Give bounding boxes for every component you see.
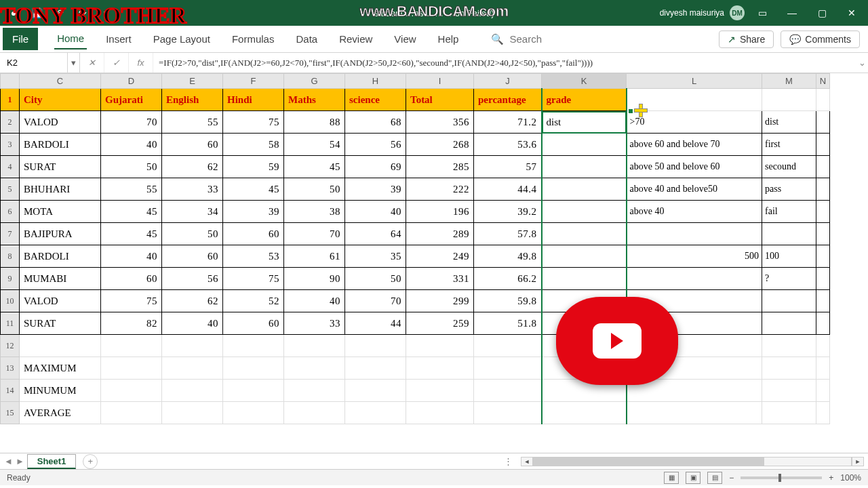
col-header-C[interactable]: C [20, 74, 101, 89]
cell[interactable] [162, 357, 223, 380]
cell[interactable]: 100 [762, 245, 816, 268]
cell[interactable] [474, 357, 542, 380]
cell[interactable]: 285 [406, 156, 474, 178]
cell[interactable] [223, 335, 284, 357]
cell[interactable]: above 40 [627, 201, 762, 223]
cell[interactable]: 54 [284, 134, 345, 156]
sheet-tab[interactable]: Sheet1 [27, 454, 77, 469]
col-header-I[interactable]: I [406, 74, 474, 89]
spreadsheet-grid[interactable]: CDEFGHIJKLMN1CityGujaratiEnglishHindiMat… [0, 73, 868, 453]
maximize-icon[interactable]: ▢ [810, 3, 834, 23]
cell[interactable]: 39 [223, 201, 284, 223]
name-box-dropdown[interactable]: ▾ [68, 53, 80, 73]
cell[interactable]: ? [762, 268, 816, 290]
cell[interactable]: 44.4 [474, 178, 542, 201]
cell[interactable]: 69 [345, 156, 406, 178]
tab-file[interactable]: File [3, 28, 38, 50]
view-normal-icon[interactable]: ▦ [664, 472, 679, 484]
col-header-F[interactable]: F [223, 74, 284, 89]
cell[interactable]: pass [762, 178, 816, 201]
cell[interactable] [284, 335, 345, 357]
row-header[interactable]: 3 [1, 134, 20, 156]
cell[interactable]: 45 [284, 156, 345, 178]
view-pagelayout-icon[interactable]: ▣ [686, 472, 701, 484]
cell[interactable] [816, 357, 830, 380]
cell-city[interactable]: BARDOLI [20, 245, 101, 268]
tab-insert[interactable]: Insert [103, 29, 134, 49]
cell[interactable]: 53.6 [474, 134, 542, 156]
cell[interactable]: 61 [284, 245, 345, 268]
row-header[interactable]: 10 [1, 290, 20, 312]
cell[interactable]: 62 [162, 156, 223, 178]
row-header[interactable]: 6 [1, 201, 20, 223]
cell[interactable]: AVERAGE [20, 402, 101, 424]
name-box[interactable]: K2 [0, 53, 68, 73]
cell[interactable] [762, 402, 816, 424]
row-header[interactable]: 8 [1, 245, 20, 268]
search-input[interactable] [509, 33, 645, 45]
cell[interactable]: above 40 and belove50 [627, 178, 762, 201]
cell[interactable] [223, 402, 284, 424]
cell[interactable]: 58 [223, 134, 284, 156]
cell-city[interactable]: BAJIPURA [20, 223, 101, 245]
cell[interactable] [345, 402, 406, 424]
cell[interactable] [816, 312, 830, 335]
cell[interactable]: 68 [345, 111, 406, 134]
cell[interactable]: 55 [162, 111, 223, 134]
cell[interactable]: 60 [162, 134, 223, 156]
cell-city[interactable]: BHUHARI [20, 178, 101, 201]
cell[interactable] [762, 335, 816, 357]
col-header-M[interactable]: M [762, 74, 816, 89]
cell[interactable] [762, 357, 816, 380]
cell-grade[interactable] [542, 156, 627, 178]
cell[interactable]: 55 [101, 178, 162, 201]
cell[interactable] [406, 402, 474, 424]
cell[interactable]: 75 [223, 111, 284, 134]
fx-icon[interactable]: fx [129, 53, 153, 73]
cell-grade[interactable] [542, 178, 627, 201]
cell-grade[interactable] [542, 268, 627, 290]
cell[interactable] [101, 357, 162, 380]
cell[interactable] [284, 402, 345, 424]
add-sheet-icon[interactable]: + [83, 454, 98, 469]
cell[interactable]: 71.2 [474, 111, 542, 134]
cell[interactable]: 331 [406, 268, 474, 290]
cell[interactable]: 249 [406, 245, 474, 268]
cell[interactable]: 34 [162, 201, 223, 223]
cell-grade[interactable]: dist [542, 111, 627, 134]
cell[interactable] [816, 178, 830, 201]
row-header[interactable]: 1 [1, 89, 20, 111]
cell[interactable] [101, 335, 162, 357]
formula-expand-icon[interactable]: ⌄ [856, 58, 868, 68]
cell[interactable]: 51.8 [474, 312, 542, 335]
cell[interactable]: fail [762, 201, 816, 223]
cell[interactable]: 59.8 [474, 290, 542, 312]
minimize-icon[interactable]: — [780, 3, 804, 23]
cell[interactable]: secound [762, 156, 816, 178]
cell[interactable] [816, 380, 830, 402]
cell[interactable] [762, 312, 816, 335]
comments-button[interactable]: 💬Comments [781, 30, 860, 48]
cell[interactable] [816, 245, 830, 268]
row-header[interactable]: 7 [1, 223, 20, 245]
cell[interactable] [816, 402, 830, 424]
cell[interactable] [816, 223, 830, 245]
cell[interactable]: 40 [101, 134, 162, 156]
cell[interactable] [223, 380, 284, 402]
cell[interactable]: 40 [345, 201, 406, 223]
col-header-L[interactable]: L [627, 74, 762, 89]
cell[interactable] [20, 335, 101, 357]
cell-city[interactable]: SURAT [20, 312, 101, 335]
cell[interactable] [762, 290, 816, 312]
cell[interactable]: 50 [345, 268, 406, 290]
cell[interactable]: 49.8 [474, 245, 542, 268]
header-cell[interactable]: City [20, 89, 101, 111]
cell[interactable] [101, 402, 162, 424]
cell[interactable]: 50 [101, 156, 162, 178]
cell[interactable] [627, 402, 762, 424]
cell[interactable] [474, 335, 542, 357]
cell[interactable] [223, 357, 284, 380]
cell[interactable]: 56 [345, 134, 406, 156]
row-header[interactable]: 4 [1, 156, 20, 178]
cell[interactable]: 44 [345, 312, 406, 335]
